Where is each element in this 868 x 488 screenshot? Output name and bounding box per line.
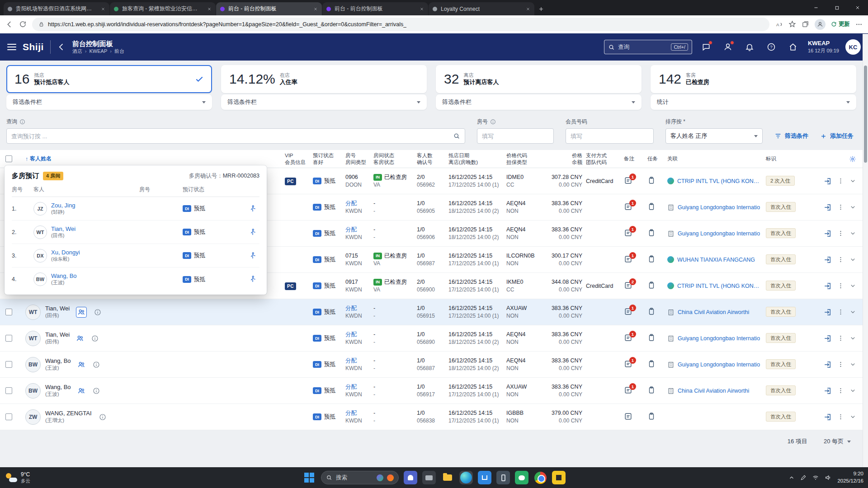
- linked-profile-cell[interactable]: Guiyang Longdongbao Internatio: [667, 230, 762, 237]
- room-number[interactable]: 分配: [345, 331, 370, 338]
- tab-close-icon[interactable]: [207, 7, 212, 11]
- notes-icon[interactable]: 1: [624, 229, 632, 237]
- url-bar[interactable]: https://cn1.web.ep.shiji.world/individua…: [32, 18, 769, 31]
- walk-in-icon[interactable]: [249, 275, 257, 283]
- guest-name[interactable]: Tian, Wei: [51, 225, 75, 233]
- taskbar-app-store[interactable]: [478, 471, 491, 484]
- table-row[interactable]: WT Tian, Wei (田伟) D: [0, 325, 863, 352]
- profile-alert-icon[interactable]: [720, 39, 736, 55]
- browser-tab[interactable]: 前台 - 前台控制面板: [216, 2, 322, 15]
- check-in-icon[interactable]: [824, 230, 832, 238]
- group-icon[interactable]: [77, 361, 85, 369]
- breadcrumb-hotel[interactable]: 酒店: [72, 48, 82, 55]
- card-filter-bar[interactable]: 统计: [651, 94, 856, 110]
- group-icon[interactable]: [77, 387, 85, 395]
- browser-tab[interactable]: 前台 - 前台控制面板: [322, 2, 428, 15]
- sort-select[interactable]: 客人姓名 正序: [665, 128, 763, 144]
- room-number[interactable]: 分配: [345, 305, 370, 312]
- notes-icon[interactable]: 1: [624, 202, 632, 211]
- scrollbar-thumb[interactable]: [864, 66, 867, 163]
- info-icon[interactable]: [93, 387, 100, 394]
- tab-close-icon[interactable]: [101, 7, 105, 11]
- browser-tab[interactable]: 贵阳机场智选假日酒店系统网址 | 5: [4, 2, 109, 15]
- guest-name[interactable]: Tian, Wei: [45, 331, 70, 339]
- linked-profile-name[interactable]: China Civil Aviation Airworthi: [678, 309, 749, 315]
- more-actions-icon[interactable]: [837, 230, 844, 237]
- room-number[interactable]: 分配: [345, 200, 370, 207]
- browser-tab[interactable]: 旅客查询 - 紫檀旅馆业治安信息系: [110, 2, 216, 15]
- new-tab-button[interactable]: [535, 3, 547, 15]
- linked-profile-name[interactable]: CTRIP INTL TVL (HONG KONG) LTD: [677, 178, 762, 184]
- browser-menu-icon[interactable]: [855, 21, 863, 28]
- room-number[interactable]: 分配: [345, 409, 370, 417]
- tab-close-icon[interactable]: [313, 7, 318, 11]
- taskbar-app-contacts[interactable]: [404, 471, 417, 484]
- tab-close-icon[interactable]: [526, 7, 530, 11]
- notes-icon[interactable]: 1: [624, 360, 632, 368]
- collections-icon[interactable]: [802, 20, 809, 28]
- task-icon[interactable]: [647, 307, 656, 315]
- taskbar-search[interactable]: 搜索: [321, 471, 399, 484]
- linked-profile-cell[interactable]: Guiyang Longdongbao Internatio: [667, 335, 762, 342]
- task-icon[interactable]: [647, 176, 656, 184]
- table-row[interactable]: ZW WANG, ZENGTAI (王增太): [0, 404, 863, 430]
- taskbar-app-edge[interactable]: [459, 471, 473, 484]
- check-in-icon[interactable]: [824, 308, 832, 316]
- taskbar-weather-widget[interactable]: 9°C 多云: [5, 467, 30, 488]
- tray-volume-icon[interactable]: [825, 474, 832, 481]
- tray-chevron-up-icon[interactable]: [788, 474, 795, 481]
- row-checkbox[interactable]: [5, 413, 12, 420]
- table-row[interactable]: BW Wang, Bo (王波) DI: [0, 378, 863, 404]
- task-icon[interactable]: [647, 281, 656, 289]
- tray-network-icon[interactable]: [812, 474, 819, 481]
- linked-profile-cell[interactable]: Guiyang Longdongbao Internatio: [667, 361, 762, 368]
- guest-name[interactable]: WANG, ZENGTAI: [45, 410, 92, 418]
- task-icon[interactable]: [647, 333, 656, 342]
- check-in-icon[interactable]: [824, 282, 832, 290]
- card-filter-bar[interactable]: 筛选条件栏: [221, 94, 427, 110]
- room-number[interactable]: 分配: [345, 357, 370, 365]
- more-actions-icon[interactable]: [837, 335, 844, 342]
- browser-tab[interactable]: Loyalty Connect: [429, 2, 534, 15]
- more-actions-icon[interactable]: [837, 361, 844, 368]
- more-actions-icon[interactable]: [837, 309, 844, 315]
- member-number-input[interactable]: [571, 133, 649, 140]
- group-icon[interactable]: [76, 334, 84, 343]
- check-in-icon[interactable]: [824, 256, 832, 264]
- more-actions-icon[interactable]: [837, 204, 844, 211]
- info-icon[interactable]: [99, 413, 106, 421]
- taskbar-app-desktop[interactable]: [422, 471, 436, 484]
- check-in-icon[interactable]: [824, 387, 832, 395]
- notes-icon[interactable]: 1: [624, 386, 632, 394]
- guest-name[interactable]: Xu, Dongyi: [51, 249, 80, 256]
- stat-card-top[interactable]: 14.12% 在店 入住率: [221, 65, 427, 93]
- column-settings-gear-icon[interactable]: [849, 155, 856, 163]
- back-arrow-icon[interactable]: [57, 42, 66, 52]
- messages-icon[interactable]: [698, 39, 714, 55]
- info-icon[interactable]: [91, 335, 99, 342]
- popup-room-row[interactable]: 1. JZ Zou, Jing (邹静) DI 预抵: [12, 197, 259, 221]
- task-icon[interactable]: [647, 360, 656, 368]
- task-icon[interactable]: [647, 412, 656, 420]
- notes-icon[interactable]: 1: [624, 176, 632, 185]
- stat-card-top[interactable]: 142 客房 已检查房: [651, 65, 856, 93]
- filter-conditions-button[interactable]: 筛选条件: [774, 132, 808, 140]
- check-in-icon[interactable]: [824, 334, 832, 343]
- breadcrumb-property[interactable]: KWEAP: [90, 48, 108, 55]
- browser-update-button[interactable]: 更新: [831, 20, 850, 28]
- task-icon[interactable]: [647, 229, 656, 237]
- more-actions-icon[interactable]: [837, 282, 844, 289]
- taskbar-app-explorer[interactable]: [441, 471, 454, 484]
- room-number[interactable]: 0917: [345, 278, 370, 286]
- windows-start-button[interactable]: [302, 471, 316, 484]
- task-icon[interactable]: [647, 255, 656, 263]
- room-number-input[interactable]: [482, 133, 549, 140]
- window-close-button[interactable]: [847, 0, 868, 15]
- reservation-search-input[interactable]: [11, 133, 449, 140]
- window-maximize-button[interactable]: [826, 0, 847, 15]
- read-aloud-icon[interactable]: A: [775, 20, 783, 28]
- linked-profile-name[interactable]: Guiyang Longdongbao Internatio: [678, 335, 760, 342]
- window-minimize-button[interactable]: [806, 0, 826, 15]
- help-icon[interactable]: ?: [764, 39, 779, 55]
- header-guest-name[interactable]: 客人姓名: [25, 155, 281, 163]
